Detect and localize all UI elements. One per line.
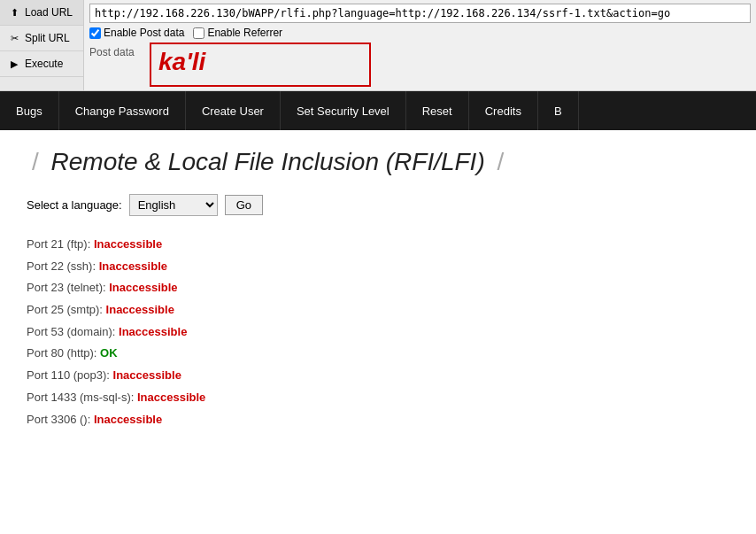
port-status: Inaccessible xyxy=(109,281,177,294)
port-text: Port 3306 (): xyxy=(27,413,94,426)
list-item: Port 25 (smtp): Inaccessible xyxy=(27,299,729,321)
sidebar-navigation: ⬆ Load URL ✂ Split URL ▶ Execute xyxy=(0,0,84,90)
nav-create-user[interactable]: Create User xyxy=(186,91,281,130)
enable-post-text: Enable Post data xyxy=(104,27,184,39)
port-text: Port 22 (ssh): xyxy=(27,259,99,273)
split-url-label: Split URL xyxy=(25,32,70,44)
port-list: Port 21 (ftp): InaccessiblePort 22 (ssh)… xyxy=(27,234,729,430)
url-input-row xyxy=(89,4,751,23)
split-url-icon: ✂ xyxy=(7,31,21,45)
list-item: Port 22 (ssh): Inaccessible xyxy=(27,256,729,278)
toolbar: ⬆ Load URL ✂ Split URL ▶ Execute Enable … xyxy=(0,0,756,91)
language-selection-row: Select a language: English French Spanis… xyxy=(27,194,729,216)
nav-credits[interactable]: Credits xyxy=(469,91,538,130)
title-slash-left: / xyxy=(32,148,39,175)
execute-icon: ▶ xyxy=(7,57,21,71)
nav-change-password[interactable]: Change Password xyxy=(59,91,186,130)
port-text: Port 21 (ftp): xyxy=(27,237,94,251)
list-item: Port 80 (http): OK xyxy=(27,343,729,365)
enable-referrer-checkbox[interactable] xyxy=(193,27,204,39)
lang-label: Select a language: xyxy=(27,198,122,212)
port-status: Inaccessible xyxy=(113,368,181,382)
port-status: Inaccessible xyxy=(119,325,187,338)
enable-post-label[interactable]: Enable Post data xyxy=(89,27,184,39)
port-text: Port 80 (http): xyxy=(27,346,100,360)
nav-bugs[interactable]: Bugs xyxy=(0,91,59,130)
url-area: Enable Post data Enable Referrer Post da… xyxy=(84,0,756,90)
port-status: Inaccessible xyxy=(106,303,174,316)
port-status: Inaccessible xyxy=(94,413,162,426)
port-status: Inaccessible xyxy=(94,237,162,251)
port-text: Port 25 (smtp): xyxy=(27,303,106,316)
list-item: Port 3306 (): Inaccessible xyxy=(27,409,729,431)
port-status: Inaccessible xyxy=(99,259,167,273)
list-item: Port 1433 (ms-sql-s): Inaccessible xyxy=(27,387,729,409)
post-data-row: Post data ka'li xyxy=(89,43,751,87)
nav-extra[interactable]: B xyxy=(538,91,579,130)
language-select[interactable]: English French Spanish xyxy=(129,194,218,216)
port-text: Port 1433 (ms-sql-s): xyxy=(27,391,137,404)
load-url-icon: ⬆ xyxy=(7,5,21,19)
page-title: / Remote & Local File Inclusion (RFI/LFI… xyxy=(27,148,729,176)
split-url-button[interactable]: ✂ Split URL xyxy=(0,26,83,51)
main-content: / Remote & Local File Inclusion (RFI/LFI… xyxy=(0,130,756,448)
title-slash-right: / xyxy=(498,148,505,175)
load-url-button[interactable]: ⬆ Load URL xyxy=(0,0,83,26)
execute-label: Execute xyxy=(25,58,63,70)
post-options-row: Enable Post data Enable Referrer xyxy=(89,27,751,39)
port-text: Port 53 (domain): xyxy=(27,325,119,338)
title-main: Remote & Local File Inclusion (RFI/LFI) xyxy=(51,148,485,175)
load-url-label: Load URL xyxy=(25,6,73,19)
post-data-label: Post data xyxy=(89,43,143,58)
list-item: Port 110 (pop3): Inaccessible xyxy=(27,365,729,387)
port-status: Inaccessible xyxy=(137,391,205,404)
nav-set-security-level[interactable]: Set Security Level xyxy=(281,91,406,130)
nav-reset[interactable]: Reset xyxy=(406,91,469,130)
enable-referrer-text: Enable Referrer xyxy=(207,27,282,39)
port-text: Port 23 (telnet): xyxy=(27,281,109,294)
port-status: OK xyxy=(100,346,118,360)
main-navigation: Bugs Change Password Create User Set Sec… xyxy=(0,91,756,130)
enable-post-checkbox[interactable] xyxy=(89,27,101,39)
list-item: Port 53 (domain): Inaccessible xyxy=(27,321,729,344)
execute-button[interactable]: ▶ Execute xyxy=(0,51,83,77)
post-data-display[interactable]: ka'li xyxy=(150,43,371,87)
url-input[interactable] xyxy=(89,4,751,23)
list-item: Port 21 (ftp): Inaccessible xyxy=(27,234,729,256)
go-button[interactable]: Go xyxy=(225,195,263,215)
port-text: Port 110 (pop3): xyxy=(27,368,113,382)
list-item: Port 23 (telnet): Inaccessible xyxy=(27,277,729,299)
enable-referrer-label[interactable]: Enable Referrer xyxy=(193,27,282,39)
